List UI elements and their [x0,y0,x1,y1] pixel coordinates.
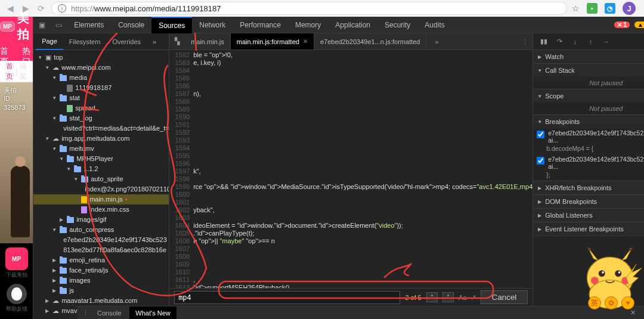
tree-item[interactable]: index@2x.png?201807021104: [33,184,169,194]
tree-item[interactable]: ▶emoji_retina [33,255,169,265]
breakpoints-section[interactable]: ▼Breakpoints [533,115,644,128]
error-badge[interactable]: ✕ 1 [614,21,630,28]
tree-item[interactable]: ▶☁maavatar1.meitudata.com [33,296,169,306]
line-gutter[interactable]: 1582158315841585158615871588158915901591… [169,50,193,288]
tree-item[interactable]: spread [33,103,169,113]
tree-item[interactable]: ▶face_retina/js [33,265,169,275]
find-input[interactable] [174,291,400,304]
bookmark-icon[interactable]: ☆ [572,4,580,13]
tab-memory[interactable]: Memory [288,17,328,33]
scope-section[interactable]: ▼Scope [533,89,644,103]
tree-item[interactable]: ▶js [33,286,169,296]
tab-console[interactable]: Console [111,17,151,33]
download-app-icon[interactable]: MP [5,247,28,270]
event-listener-breakpoints-section[interactable]: ▶Event Listener Breakpoints [533,222,644,236]
tab-audits[interactable]: Audits [417,17,451,33]
feedback-label: 帮助反馈 [6,305,27,313]
global-listeners-section[interactable]: ▶Global Listeners [533,209,644,222]
file-tree[interactable]: ▼▣top▼☁www.meipai.com▼media1119918187▼st… [33,50,169,319]
mascot-buttons: 英 ✿ ♥ [588,296,634,309]
tree-label: spread [75,103,95,113]
tab-network[interactable]: Network [192,17,233,33]
logo-text: 美拍 [17,10,33,42]
tree-item[interactable]: e7ebed2b20349e142e9f1743bc523 [33,235,169,245]
breadcrumb-category[interactable]: 搞笑 [20,61,27,82]
tab-page[interactable]: Page [36,33,63,50]
tree-item[interactable]: 813ee2bd77ff0a8fa6aec0c828b16e [33,245,169,255]
pause-icon[interactable]: ▮▮ [538,36,550,48]
regex-toggle[interactable]: .* [471,294,475,301]
code-area[interactable]: 1582158315841585158615871588158915901591… [169,50,532,288]
tab-security[interactable]: Security [377,17,417,33]
whats-new-tab[interactable]: What's New [129,306,176,320]
tree-item[interactable]: ▼media [33,73,169,83]
find-cancel-button[interactable]: Cancel [481,290,528,304]
more-tabs-icon[interactable]: » [147,33,162,50]
tree-item[interactable]: visited?ctrl=medias&act=detail&e_t= [33,123,169,134]
tab-performance[interactable]: Performance [233,17,288,33]
drawer-menu-icon[interactable]: ⋮ [82,309,89,317]
callstack-section[interactable]: ▼Call Stack [533,64,644,77]
tab-sources[interactable]: Sources [151,17,192,33]
mascot-heart-icon[interactable]: ♥ [621,296,634,309]
tab-elements[interactable]: Elements [67,17,111,33]
svg-point-6 [618,271,621,274]
tree-item[interactable]: index.min.css [33,205,169,215]
mascot-label-button[interactable]: 英 [588,296,601,309]
device-toolbar-icon[interactable]: ▭ [50,17,67,33]
reload-icon[interactable]: ⟳ [36,3,47,14]
watch-section[interactable]: ▶Watch [533,50,644,63]
tree-item[interactable]: ▼▣top [33,52,169,63]
step-out-icon[interactable]: ↑ [584,36,596,48]
breadcrumb-home[interactable]: 首页 [6,61,13,82]
xhr-breakpoints-section[interactable]: ▶XHR/fetch Breakpoints [533,181,644,194]
step-into-icon[interactable]: ↓ [569,36,581,48]
step-icon[interactable]: → [600,36,612,48]
tab-nav-icon[interactable]: ▚ [169,38,185,45]
tree-item[interactable]: ▼stat_log [33,113,169,123]
file-tab[interactable]: main.min.js [185,33,231,50]
tree-item[interactable]: ▶images [33,275,169,286]
tree-item[interactable]: ▼auto_compress [33,225,169,235]
close-icon[interactable]: ✕ [303,38,308,45]
feedback-icon[interactable] [7,284,27,304]
site-logo[interactable]: MP 美拍 [0,10,33,42]
tab-menu-icon[interactable]: ⋮ [517,38,532,45]
breakpoint-row[interactable]: e7ebed2b20349e142e9f1743bc523e46.meipai.… [533,128,644,145]
find-prev-button[interactable]: ˄ [426,292,438,302]
warning-badge[interactable]: ▲ 3 [634,21,644,28]
tab-filesystem[interactable]: Filesystem [63,33,107,50]
file-tab-active[interactable]: main.min.js:formatted✕ [231,33,314,50]
tree-item[interactable]: ▼stat [33,93,169,103]
address-bar[interactable]: i https://www.meipai.com/media/111991818… [51,2,567,15]
file-tab[interactable]: e7ebed2b20349e1...n.js:formatted [314,33,427,50]
tree-item[interactable]: main.min.js • [33,194,169,205]
tree-item[interactable]: ▶images/gif [33,215,169,225]
mascot-settings-icon[interactable]: ✿ [605,296,618,309]
find-next-button[interactable]: ˅ [442,292,454,302]
step-over-icon[interactable]: ↷ [553,36,565,48]
tree-item[interactable]: ▼MPH5Player [33,154,169,164]
breakpoint-checkbox[interactable] [537,131,544,138]
breakpoint-checkbox[interactable] [537,157,544,165]
tab-overrides[interactable]: Overrides [106,33,147,50]
breakpoint-row[interactable]: e7ebed2b20349e142e9f1743bc523e46.meipai.… [533,154,644,171]
profile-avatar[interactable]: J [623,2,636,15]
match-case-toggle[interactable]: Aa [459,294,466,301]
extension-icon[interactable]: ▪ [587,3,597,14]
console-tab[interactable]: Console [91,306,127,320]
tree-item[interactable]: ▼☁img.app.meitudata.com [33,134,169,144]
dom-breakpoints-section[interactable]: ▶DOM Breakpoints [533,195,644,208]
site-info-icon[interactable]: i [58,4,66,13]
tree-item[interactable]: ▼☁www.meipai.com [33,63,169,73]
extension-icon[interactable]: ◔ [605,3,615,14]
tab-application[interactable]: Application [328,17,377,33]
tree-item[interactable]: 1119918187 [33,83,169,93]
inspect-icon[interactable]: ▣ [33,17,50,33]
more-tabs-icon[interactable]: » [429,38,444,45]
tree-item[interactable]: ▼auto_sprite [33,174,169,184]
code-text[interactable]: ble = "op">!0,e, i.key, i) n), k", rce "… [193,50,532,288]
tree-item[interactable]: ▼1.1.2 [33,164,169,174]
tree-item[interactable]: ▼meitumv [33,144,169,154]
video-thumbnail[interactable]: 美拍 ID: 325873 [0,82,33,243]
